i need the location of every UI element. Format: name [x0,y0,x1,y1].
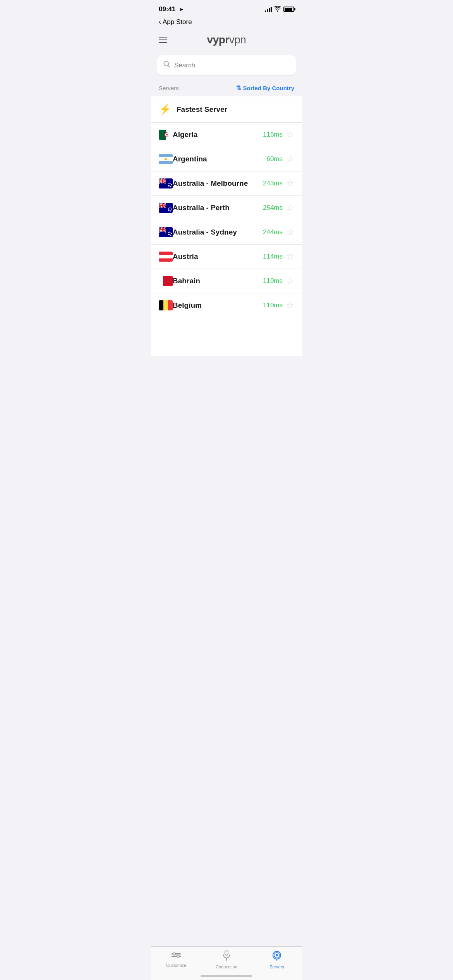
server-name: Bahrain [173,277,263,285]
svg-rect-58 [159,276,163,286]
search-box[interactable] [157,55,296,75]
signal-bars [265,7,272,12]
favorite-icon[interactable]: ☆ [287,155,294,163]
favorite-icon[interactable]: ☆ [287,179,294,188]
server-ping: 116ms [263,131,283,139]
svg-point-22 [171,184,172,185]
server-name: Fastest Server [177,105,294,114]
server-list: ⚡ Fastest Server Algeria 116ms ☆ Argenti [151,96,302,356]
svg-point-52 [171,233,172,234]
wifi-icon [274,6,281,13]
server-ping: 243ms [263,180,283,187]
svg-rect-49 [159,230,166,230]
lightning-icon: ⚡ [159,103,171,115]
favorite-icon[interactable]: ☆ [287,252,294,261]
svg-point-23 [170,186,172,187]
server-item-algeria[interactable]: Algeria 116ms ☆ [151,123,302,147]
svg-point-24 [168,183,169,184]
logo-vypr: vypr [207,34,229,46]
svg-point-53 [170,235,172,236]
svg-point-38 [170,211,172,212]
server-name: Australia - Melbourne [173,179,263,188]
server-item-aus-melbourne[interactable]: Australia - Melbourne 243ms ☆ [151,171,302,196]
svg-point-54 [168,232,169,233]
server-item-argentina[interactable]: Argentina 60ms ☆ [151,147,302,171]
status-bar: 09:41 ➤ [151,0,302,16]
favorite-icon[interactable]: ☆ [287,130,294,139]
svg-rect-34 [159,205,166,206]
server-ping: 110ms [263,277,283,285]
server-name: Belgium [173,301,263,310]
menu-button[interactable] [159,37,167,43]
flag-belgium [159,300,173,310]
svg-rect-63 [159,300,163,310]
svg-point-36 [170,207,171,209]
favorite-icon[interactable]: ☆ [287,277,294,285]
svg-point-50 [168,234,170,235]
flag-austria [159,252,173,262]
app-logo: vyprvpn [207,34,246,46]
svg-point-39 [168,208,169,209]
search-container [151,52,302,81]
back-label: App Store [163,18,192,26]
server-item-belgium[interactable]: Belgium 110ms ☆ [151,293,302,317]
status-time-area: 09:41 ➤ [159,5,184,13]
svg-rect-56 [159,255,173,259]
server-ping: 60ms [266,155,283,163]
flag-australia-2 [159,203,173,213]
app-header: vyprvpn [151,30,302,52]
search-input[interactable] [174,62,290,69]
logo-vpn: vpn [229,34,246,46]
svg-point-35 [168,209,170,211]
flag-bahrain [159,276,173,286]
servers-label: Servers [159,85,179,91]
flag-algeria [159,130,173,140]
sort-icon: ⇅ [236,84,241,92]
svg-rect-65 [168,300,173,310]
server-name: Australia - Perth [173,204,263,212]
server-name: Austria [173,252,263,261]
server-item-fastest[interactable]: ⚡ Fastest Server [151,96,302,123]
server-ping: 244ms [263,228,283,236]
flag-argentina [159,154,173,164]
back-button[interactable]: ‹ App Store [159,18,294,26]
search-icon [163,61,170,70]
back-chevron-icon: ‹ [159,18,161,26]
server-ping: 110ms [263,302,283,309]
servers-section-header: Servers ⇅ Sorted By Country [151,81,302,96]
svg-point-20 [168,185,170,187]
flag-australia [159,178,173,188]
server-ping: 254ms [263,204,283,212]
favorite-icon[interactable]: ☆ [287,301,294,310]
favorite-icon[interactable]: ☆ [287,204,294,212]
server-name: Algeria [173,130,263,139]
svg-rect-19 [159,181,166,182]
back-nav[interactable]: ‹ App Store [151,16,302,30]
server-item-aus-sydney[interactable]: Australia - Sydney 244ms ☆ [151,220,302,245]
server-name: Argentina [173,155,266,163]
svg-point-51 [170,232,171,233]
svg-point-21 [170,183,171,184]
battery-icon [283,7,294,12]
server-item-aus-perth[interactable]: Australia - Perth 254ms ☆ [151,196,302,220]
svg-point-37 [171,209,172,210]
server-ping: 114ms [263,253,283,260]
sort-button[interactable]: ⇅ Sorted By Country [236,84,294,92]
sort-label: Sorted By Country [243,85,294,91]
flag-australia-3 [159,227,173,237]
location-icon: ➤ [179,6,184,12]
server-item-bahrain[interactable]: Bahrain 110ms ☆ [151,269,302,293]
favorite-icon[interactable]: ☆ [287,228,294,236]
svg-point-9 [165,158,167,160]
svg-line-1 [168,65,170,67]
status-time: 09:41 [159,5,175,13]
svg-rect-64 [163,300,168,310]
server-name: Australia - Sydney [173,228,263,236]
status-icons [265,6,294,13]
server-item-austria[interactable]: Austria 114ms ☆ [151,245,302,269]
